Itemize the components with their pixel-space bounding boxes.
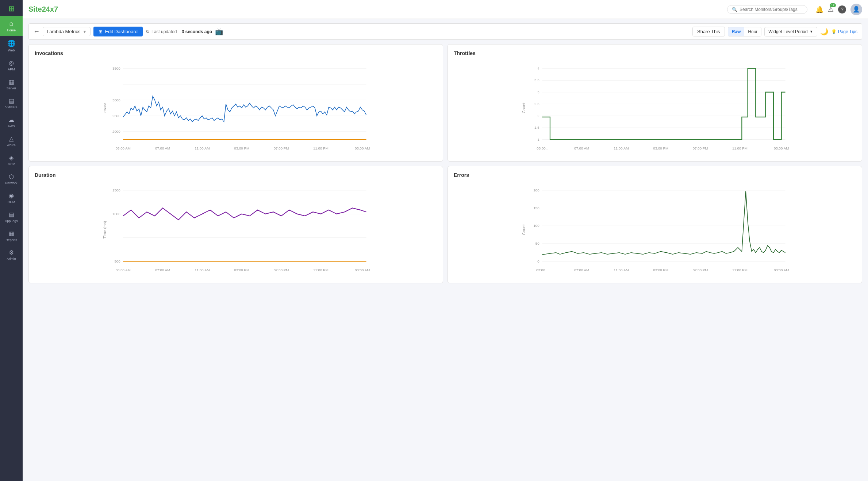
svg-text:50: 50 <box>535 241 539 245</box>
sidebar-item-server[interactable]: ▦ Server <box>0 75 23 94</box>
content-area: ← Lambda Metrics ▼ ⊞ Edit Dashboard ↻ La… <box>23 19 868 481</box>
invocations-title: Invocations <box>35 50 437 56</box>
svg-text:07:00 PM: 07:00 PM <box>274 268 289 272</box>
brand-logo: Site24x7 <box>28 5 58 13</box>
svg-text:2000: 2000 <box>112 129 120 133</box>
throttles-chart-card: Throttles Count 4 3.5 3 2.5 <box>448 44 862 162</box>
sidebar-item-label: APM <box>8 67 15 71</box>
sidebar-item-gcp[interactable]: ◈ GCP <box>0 151 23 170</box>
svg-text:1: 1 <box>537 137 539 141</box>
svg-text:03:00..: 03:00.. <box>537 146 548 150</box>
sidebar-item-rum[interactable]: ◉ RUM <box>0 189 23 207</box>
svg-text:4: 4 <box>537 66 539 70</box>
svg-text:1500: 1500 <box>112 188 120 192</box>
svg-text:Count: Count <box>103 103 107 113</box>
hour-tab[interactable]: Hour <box>744 27 761 36</box>
sidebar-item-network[interactable]: ⬡ Network <box>0 170 23 189</box>
period-tabs: Raw Hour <box>728 27 762 36</box>
svg-text:03:00 AM: 03:00 AM <box>116 268 131 272</box>
svg-text:03:00 AM: 03:00 AM <box>355 268 370 272</box>
sidebar-item-label: AppLogs <box>5 219 18 223</box>
topbar: Site24x7 🔍 🔔 ⚠ 17 ? 👤 <box>23 0 868 19</box>
search-box[interactable]: 🔍 <box>727 5 807 14</box>
sidebar-item-label: Azure <box>7 143 16 147</box>
invocations-chart: Count 3500 3000 2500 2000 <box>35 61 437 155</box>
svg-text:2: 2 <box>537 114 539 118</box>
gcp-icon: ◈ <box>9 154 14 161</box>
svg-text:2.5: 2.5 <box>534 102 539 106</box>
svg-text:07:00 AM: 07:00 AM <box>574 268 589 272</box>
aws-icon: ☁ <box>8 116 14 123</box>
svg-text:11:00 AM: 11:00 AM <box>195 146 210 150</box>
sidebar-item-label: AWS <box>8 124 15 128</box>
sidebar-item-label: Web <box>8 49 15 52</box>
sidebar: ⊞ ⌂ Home 🌐 Web ◎ APM ▦ Server ▤ VMware ☁… <box>0 0 23 481</box>
vmware-icon: ▤ <box>9 97 14 104</box>
share-button[interactable]: Share This <box>692 27 725 36</box>
svg-text:07:00 AM: 07:00 AM <box>155 146 170 150</box>
sidebar-item-label: Admin <box>7 257 16 261</box>
alerts-icon-btn[interactable]: ⚠ 17 <box>828 5 834 13</box>
network-icon: ⬡ <box>9 173 14 180</box>
sidebar-item-applogs[interactable]: ▤ AppLogs <box>0 207 23 226</box>
svg-text:3500: 3500 <box>112 66 120 70</box>
svg-text:07:00 AM: 07:00 AM <box>155 268 170 272</box>
sidebar-item-web[interactable]: 🌐 Web <box>0 36 23 56</box>
rum-icon: ◉ <box>9 192 14 199</box>
topbar-icons: 🔔 ⚠ 17 ? 👤 <box>815 4 862 15</box>
tv-icon[interactable]: 📺 <box>215 28 223 36</box>
avatar[interactable]: 👤 <box>850 4 862 15</box>
sidebar-item-admin[interactable]: ⚙ Admin <box>0 245 23 264</box>
edit-dashboard-button[interactable]: ⊞ Edit Dashboard <box>93 27 143 36</box>
widget-period-selector[interactable]: Widget Level Period ▼ <box>764 27 817 36</box>
raw-tab[interactable]: Raw <box>728 27 745 36</box>
dashboard-name: Lambda Metrics <box>47 29 80 34</box>
errors-svg: Count 200 150 100 50 0 03:00 .. 07:00 AM <box>454 182 856 277</box>
svg-text:07:00 PM: 07:00 PM <box>693 146 708 150</box>
svg-text:Count: Count <box>522 225 526 235</box>
svg-text:3: 3 <box>537 90 539 94</box>
server-icon: ▦ <box>9 78 14 85</box>
errors-chart-card: Errors Count 200 150 100 50 0 0 <box>448 166 862 283</box>
svg-text:03:00 PM: 03:00 PM <box>234 268 249 272</box>
sidebar-item-azure[interactable]: △ Azure <box>0 132 23 151</box>
svg-text:03:00 AM: 03:00 AM <box>116 146 131 150</box>
sidebar-item-aws[interactable]: ☁ AWS <box>0 113 23 132</box>
bell-icon: 🔔 <box>815 6 823 13</box>
notifications-bell[interactable]: 🔔 <box>815 5 823 13</box>
sidebar-item-label: Home <box>7 28 16 32</box>
svg-text:03:00 AM: 03:00 AM <box>774 146 789 150</box>
dashboard-selector[interactable]: Lambda Metrics ▼ <box>43 27 91 36</box>
throttles-title: Throttles <box>454 50 856 56</box>
sidebar-item-label: VMware <box>5 105 17 109</box>
user-icon: 👤 <box>853 6 860 13</box>
svg-text:100: 100 <box>533 224 539 228</box>
duration-chart: Time (ms) 1500 1000 500 03:00 AM 07:00 A… <box>35 182 437 277</box>
azure-icon: △ <box>9 135 14 142</box>
svg-text:03:00 PM: 03:00 PM <box>653 268 668 272</box>
svg-text:11:00 AM: 11:00 AM <box>614 146 629 150</box>
dark-mode-button[interactable]: 🌙 <box>820 28 828 36</box>
page-tips-button[interactable]: 💡 Page Tips <box>831 29 857 34</box>
svg-text:11:00 PM: 11:00 PM <box>313 146 329 150</box>
grid-edit-icon: ⊞ <box>99 29 103 34</box>
svg-text:03:00 AM: 03:00 AM <box>355 146 370 150</box>
apm-icon: ◎ <box>9 59 14 66</box>
sidebar-item-apm[interactable]: ◎ APM <box>0 56 23 75</box>
duration-chart-card: Duration Time (ms) 1500 1000 500 03:00 A… <box>28 166 443 283</box>
back-button[interactable]: ← <box>33 28 40 35</box>
invocations-chart-card: Invocations Count 3500 3000 <box>28 44 443 162</box>
svg-text:03:00 PM: 03:00 PM <box>234 146 249 150</box>
sidebar-item-label: GCP <box>8 162 15 166</box>
search-input[interactable] <box>740 7 802 12</box>
help-btn[interactable]: ? <box>838 5 846 13</box>
sidebar-item-vmware[interactable]: ▤ VMware <box>0 94 23 113</box>
sidebar-item-label: Server <box>7 86 16 90</box>
duration-title: Duration <box>35 172 437 178</box>
svg-text:11:00 PM: 11:00 PM <box>732 146 748 150</box>
sidebar-item-home[interactable]: ⌂ Home <box>0 16 23 36</box>
home-icon: ⌂ <box>9 20 14 27</box>
invocations-svg: Count 3500 3000 2500 2000 <box>35 61 437 155</box>
sidebar-item-reports[interactable]: ▦ Reports <box>0 226 23 245</box>
refresh-icon: ↻ <box>146 29 150 34</box>
